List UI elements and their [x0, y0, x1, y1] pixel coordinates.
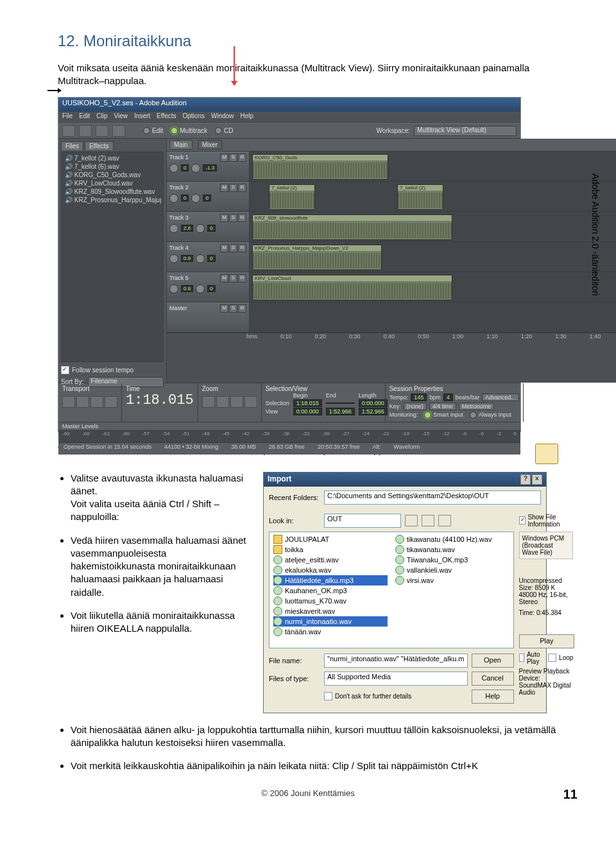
tracks-container: Track 1MSR0-1.3KORG_C50_GodsTrack 2MSR00…: [167, 152, 616, 333]
file-item[interactable]: virsi.wav: [395, 575, 509, 585]
file-item[interactable]: Kauhanen_OK.mp3: [273, 585, 388, 596]
audio-clip[interactable]: KRZ_809_slowoodflute: [252, 214, 452, 240]
autoplay-checkbox[interactable]: Auto Play: [527, 651, 543, 665]
show-file-info-checkbox[interactable]: Show File Information: [528, 514, 574, 528]
track-lane[interactable]: KRV_LowCloud: [250, 272, 616, 302]
tab-effects[interactable]: Effects: [85, 141, 113, 150]
track-controls[interactable]: Track 4MSR0.80: [167, 242, 250, 272]
menubar[interactable]: FileEditClipViewInsertEffectsOptionsWind…: [58, 112, 520, 123]
mode-edit[interactable]: Edit: [143, 127, 163, 134]
file-item[interactable]: 🔊 7_kellot (2).wav: [64, 154, 161, 162]
toolbar-btn[interactable]: [112, 125, 125, 137]
track-controls[interactable]: Track 1MSR0-1.3: [167, 152, 250, 181]
toolbar-btn[interactable]: [96, 125, 108, 137]
transport-btn[interactable]: [105, 396, 117, 408]
tab-main[interactable]: Main: [169, 140, 193, 150]
footer-copyright: © 2006 Jouni Kenttämies: [0, 788, 616, 798]
transport-btn[interactable]: [76, 396, 89, 408]
track-controls[interactable]: Track 5MSR0.80: [167, 272, 250, 302]
menu-item[interactable]: Clip: [96, 112, 107, 119]
audio-clip[interactable]: KRV_LowCloud: [252, 275, 452, 300]
recent-folders-select[interactable]: C:\Documents and Settings\kenttam2\Deskt…: [324, 490, 541, 505]
file-item[interactable]: tikawanatu (44100 Hz).wav: [395, 534, 509, 544]
track-controls[interactable]: Track 3MSR2.60: [167, 212, 250, 241]
file-item[interactable]: Hätätiedote_alku.mp3: [273, 575, 388, 585]
open-button[interactable]: Open: [472, 654, 514, 668]
file-item[interactable]: ateljee_esitti.wav: [273, 555, 388, 565]
menu-item[interactable]: View: [114, 112, 128, 119]
transport-btn[interactable]: [90, 396, 103, 408]
file-item[interactable]: vallankieli.wav: [395, 565, 509, 575]
audio-clip[interactable]: 7_kellot (2): [397, 184, 443, 210]
help-icon[interactable]: ?: [520, 474, 531, 485]
zoom-btn[interactable]: [216, 396, 229, 408]
file-item[interactable]: luottamus_K70.wav: [273, 596, 388, 606]
lower-panels: Transport Time 1:18.015 Zoom: [58, 383, 520, 422]
track-controls[interactable]: Track 2MSR00: [167, 182, 250, 211]
close-icon[interactable]: ×: [532, 474, 542, 485]
file-item[interactable]: Tiiwanaku_OK.mp3: [395, 555, 509, 565]
preview-label: Preview Playback Device:: [519, 668, 574, 682]
view-menu-icon[interactable]: [438, 515, 451, 526]
file-item[interactable]: 🔊 KRV_LowCloud.wav: [64, 179, 161, 187]
track-lane[interactable]: 7_kellot (2)7_kellot (2): [250, 182, 616, 211]
track-lane[interactable]: KRZ_809_slowoodflute: [250, 212, 616, 241]
nav-up-icon[interactable]: [405, 515, 418, 526]
file-name-input[interactable]: "nurmi_intonaatio.wav" "Hätätiedote_alku…: [324, 654, 468, 668]
audio-clip[interactable]: KORG_C50_Gods: [252, 154, 388, 180]
audio-clip[interactable]: 7_kellot (2): [269, 184, 315, 210]
menu-item[interactable]: Insert: [134, 112, 150, 119]
track-lane[interactable]: [250, 302, 616, 332]
file-item[interactable]: 🔊 7_kellot (6).wav: [64, 162, 161, 171]
mode-multitrack[interactable]: Multitrack: [171, 127, 207, 134]
advanced-btn[interactable]: Advanced...: [482, 394, 519, 401]
help-button[interactable]: Help: [472, 689, 514, 704]
toolbar-btn[interactable]: [62, 125, 75, 137]
play-button[interactable]: Play: [519, 634, 575, 648]
look-in-select[interactable]: OUT: [324, 514, 401, 528]
menu-item[interactable]: Effects: [157, 112, 176, 119]
zoom-btn[interactable]: [244, 396, 257, 408]
metronome-btn[interactable]: Metronome: [459, 403, 495, 410]
audio-clip[interactable]: KRZ_Prosonus_Harppu_MajupDown_V2: [252, 245, 382, 270]
zoom-btn[interactable]: [202, 396, 215, 408]
file-item[interactable]: 🔊 KORG_C50_Gods.wav: [64, 171, 161, 179]
file-item[interactable]: mieskaverit.wav: [273, 606, 388, 616]
timeline-ruler[interactable]: hms0:100:200:300:400:501:001:101:201:301…: [167, 333, 616, 343]
mode-cd[interactable]: CD: [215, 127, 233, 134]
cancel-button[interactable]: Cancel: [472, 672, 514, 686]
files-list[interactable]: 🔊 7_kellot (2).wav🔊 7_kellot (6).wav🔊 KO…: [61, 152, 164, 362]
workspace-select[interactable]: Multitrack View (Default): [414, 126, 517, 136]
file-item[interactable]: tänään.wav: [273, 627, 388, 637]
track-lane[interactable]: KRZ_Prosonus_Harppu_MajupDown_V2: [250, 242, 616, 272]
file-item[interactable]: ekaluokka.wav: [273, 565, 388, 575]
selection-title: Selection/View: [266, 385, 381, 392]
menu-item[interactable]: Window: [211, 112, 234, 119]
file-browser[interactable]: JOULUPALATtoikkaateljee_esitti.wavekaluo…: [269, 532, 514, 648]
menu-item[interactable]: Help: [241, 112, 254, 119]
zoom-btn[interactable]: [230, 396, 243, 408]
menu-item[interactable]: Options: [183, 112, 205, 119]
track-controls[interactable]: MasterMSR: [167, 302, 250, 332]
toolbar-btn[interactable]: [79, 125, 92, 137]
file-type-select[interactable]: All Supported Media: [324, 672, 468, 686]
new-folder-icon[interactable]: [422, 515, 434, 526]
file-item[interactable]: 🔊 KRZ_Prosonus_Harppu_MajupD: [64, 196, 161, 204]
track-lane[interactable]: KORG_C50_Gods: [250, 152, 616, 181]
dont-ask-checkbox[interactable]: Don't ask for further details: [335, 693, 411, 700]
follow-tempo[interactable]: Follow session tempo: [72, 367, 133, 374]
tab-files[interactable]: Files: [61, 141, 83, 150]
loop-checkbox[interactable]: Loop: [559, 654, 573, 661]
transport-btn[interactable]: [62, 396, 75, 408]
file-item[interactable]: nurmi_intonaatio.wav: [273, 616, 388, 627]
file-item[interactable]: 🔊 KRZ_809_Slowoodflute.wav: [64, 187, 161, 196]
menu-item[interactable]: Edit: [79, 112, 90, 119]
folder-item[interactable]: JOULUPALAT: [273, 534, 388, 544]
menu-item[interactable]: File: [62, 112, 73, 119]
status-bar: Opened Session in 15.04 seconds 44100 • …: [58, 442, 520, 455]
duration-text: 0:45.384: [536, 609, 561, 616]
preview-device-select[interactable]: SoundMAX Digital Audio: [519, 682, 574, 696]
tab-mixer[interactable]: Mixer: [198, 140, 222, 150]
file-item[interactable]: tikawanatu.wav: [395, 544, 509, 555]
folder-item[interactable]: toikka: [273, 544, 388, 555]
